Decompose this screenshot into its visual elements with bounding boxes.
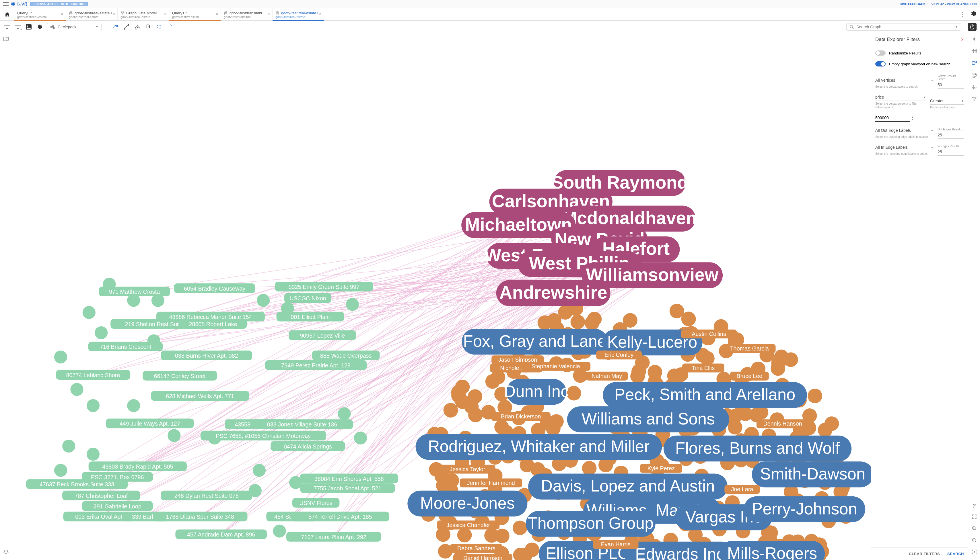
close-icon[interactable]: × [61, 12, 64, 17]
person-node[interactable]: Jessica Chandler [437, 520, 500, 529]
address-node[interactable]: 001 Elliott Plain [276, 312, 344, 322]
version-changelog-link[interactable]: V3.21.42 - VIEW CHANGE LOG [931, 2, 977, 6]
person-node[interactable]: Debra Sanders [450, 544, 502, 553]
person-node[interactable]: Daniel Harrison [453, 554, 512, 560]
address-node[interactable]: 033 Jones Village Suite 136 [251, 419, 353, 429]
graph-canvas[interactable]: South RaymondCarlsonhavenMcdonaldhavenMi… [12, 33, 871, 560]
hamburger-icon[interactable] [3, 2, 8, 6]
fit-icon[interactable] [972, 549, 977, 556]
tree-icon[interactable] [134, 23, 141, 30]
person-node[interactable]: Jennifer Hammond [460, 478, 522, 487]
filter-add-icon[interactable]: + [14, 23, 21, 30]
close-icon[interactable]: × [112, 12, 115, 17]
export-icon[interactable] [145, 23, 152, 30]
company-node[interactable]: Smith-Dawson [760, 465, 865, 483]
city-node[interactable]: Mcdonaldhaven [562, 208, 697, 228]
tab-overflow-icon[interactable]: ⋮ [960, 11, 966, 18]
person-node[interactable]: Austin Collins [681, 330, 737, 338]
person-node[interactable]: Brian Dickerson [492, 412, 550, 421]
settings-icon[interactable] [970, 11, 977, 18]
address-node[interactable]: USCGC Nixon [284, 293, 331, 303]
address-node[interactable]: 971 Matthew Crosta [99, 287, 170, 296]
person-node[interactable]: Tina Ellis [682, 363, 724, 372]
address-node[interactable]: 457 Andrade Dam Apt. 896 [175, 529, 267, 539]
vertex-labels-select[interactable]: All Vertices▼ [875, 77, 933, 84]
company-node[interactable]: Williams and Sons [582, 410, 715, 428]
home-button[interactable] [0, 8, 14, 20]
address-node[interactable]: 574 Terrell Drive Apt. 185 [291, 512, 389, 521]
address-node[interactable]: 628 Michael Wells Apt. 771 [151, 391, 249, 401]
vertex-limit-input[interactable]: 50 [938, 82, 964, 88]
company-node[interactable]: Perry-Johnson [752, 500, 857, 518]
address-node[interactable]: 80774 Leblanc Shore [56, 370, 130, 380]
address-node[interactable]: 90957 Lopez Ville [289, 330, 356, 340]
address-node[interactable]: 6054 Bradley Causeway [174, 283, 255, 293]
filter-value-input[interactable] [875, 114, 910, 122]
in-edge-labels-select[interactable]: All In Edge Labels▼ [875, 144, 933, 151]
palette-icon[interactable] [972, 73, 977, 80]
address-node[interactable]: 0325 Emily Green Suite 997 [275, 282, 373, 292]
close-icon[interactable]: × [319, 12, 321, 17]
person-node[interactable]: Eric Conley [596, 350, 642, 359]
close-icon[interactable]: × [216, 12, 218, 17]
fullscreen-icon[interactable] [972, 514, 977, 521]
address-node[interactable]: 003 Erika Oval Apt [64, 512, 134, 521]
address-node[interactable]: 0474 Alicia Springs [271, 442, 345, 451]
rotate-right-icon[interactable] [167, 23, 174, 30]
toolbar-settings-icon[interactable] [36, 23, 43, 30]
person-node[interactable]: Dennis Hanson [756, 419, 809, 428]
search-input[interactable] [856, 25, 953, 29]
explorer-icon[interactable] [972, 60, 977, 67]
address-node[interactable]: 787 Christopher Loaf [62, 491, 140, 500]
vertex-property-select[interactable]: price▼ [875, 94, 926, 101]
address-node[interactable]: 28605 Robert Lake [179, 319, 247, 329]
city-node[interactable]: Williamsonview [586, 265, 719, 285]
clear-filters-button[interactable]: CLEAR FILTERS [909, 552, 940, 556]
company-node[interactable]: Dunn Inc [504, 382, 569, 400]
image-icon[interactable] [25, 23, 32, 30]
city-node[interactable]: Andrewshire [500, 283, 607, 302]
person-node[interactable]: Joe Lara [724, 485, 760, 494]
empty-viewport-toggle[interactable] [875, 61, 886, 67]
person-node[interactable]: Thomas Garcia [723, 344, 776, 353]
company-node[interactable]: Mills-Rogers [727, 544, 817, 560]
search-graph[interactable]: ▼ [846, 23, 961, 31]
target-icon[interactable] [972, 36, 977, 43]
tab[interactable]: gdotv-test/real-estate1 gdotv-test/real-… [273, 8, 324, 20]
company-node[interactable]: Flores, Burns and Wolf [675, 439, 840, 457]
randomize-toggle[interactable] [875, 50, 886, 56]
company-node[interactable]: Thompson Group [528, 514, 654, 532]
app-logo[interactable]: ✱ G.V() [11, 1, 28, 7]
funnel-icon[interactable] [972, 97, 977, 103]
company-node[interactable]: Fox, Gray and Lane [463, 332, 606, 350]
refresh-icon[interactable] [112, 23, 119, 30]
address-node[interactable]: 291 Gabrielle Loop [82, 501, 153, 511]
out-edges-limit-input[interactable]: 25 [938, 132, 964, 139]
value-stepper[interactable]: ▲▼ [911, 116, 914, 121]
mouse-mode-icon[interactable] [968, 23, 977, 31]
out-edge-labels-select[interactable]: All Out Edge Labels▼ [875, 127, 933, 134]
person-node[interactable]: Evan Harris [593, 540, 639, 549]
tab[interactable]: gdotv-test/real-estate0 gdotv-test/real-… [66, 8, 118, 20]
filter-rows-icon[interactable] [3, 23, 10, 30]
person-node[interactable]: Jessica Taylor [440, 465, 495, 473]
company-node[interactable]: Rodriguez, Whitaker and Miller [428, 437, 649, 455]
company-node[interactable]: Moore-Jones [420, 494, 515, 512]
layout-select[interactable]: Circlepack ▼ [47, 23, 102, 31]
company-node[interactable]: Edwards Inc [635, 545, 724, 560]
close-icon[interactable]: × [268, 12, 270, 17]
address-node[interactable]: 716 Brians Crescent [89, 342, 163, 352]
sliders-icon[interactable] [972, 85, 977, 92]
address-node[interactable]: 7107 Laura Plain Apt. 292 [286, 532, 381, 542]
address-node[interactable]: 43803 Brady Rapid Apt. 505 [89, 462, 187, 471]
map-icon[interactable] [3, 36, 9, 42]
address-node[interactable]: 038 Burns River Apt. 082 [161, 350, 253, 360]
table-icon[interactable] [972, 48, 977, 55]
person-node[interactable]: Stephanie Valencia [521, 362, 590, 371]
zoom-out-icon[interactable] [972, 538, 977, 544]
help-icon[interactable]: ? [973, 503, 976, 509]
rotate-left-icon[interactable] [156, 23, 163, 30]
tab[interactable]: Graph Data Model gdotv-test/real-estate … [118, 8, 169, 20]
address-node[interactable]: 888 Wade Overpass [312, 350, 380, 360]
address-node[interactable]: 7755 Jacob Shoal Apt. 521 [300, 483, 395, 493]
